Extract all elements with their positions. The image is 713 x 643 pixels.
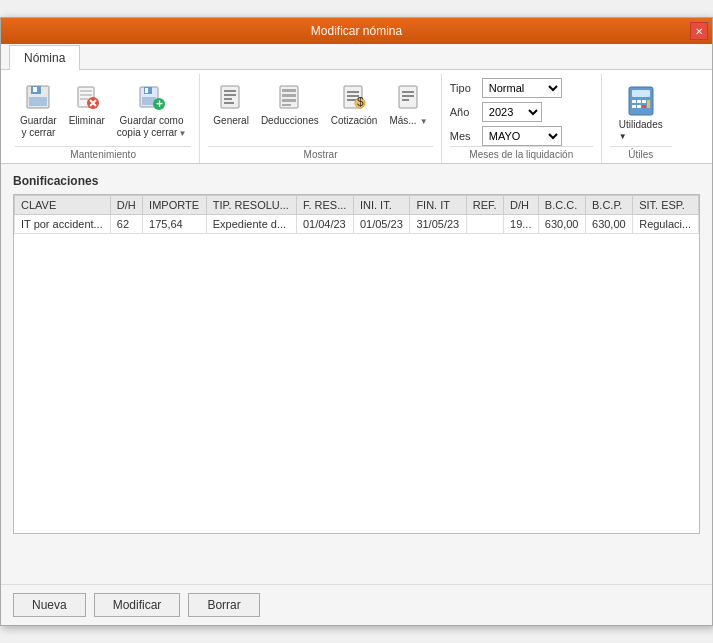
tipo-label: Tipo (450, 82, 478, 94)
svg-rect-41 (642, 100, 646, 103)
deducciones-label: Deducciones (261, 115, 319, 127)
table-cell (466, 215, 503, 234)
table-cell: Regulaci... (633, 215, 699, 234)
col-importe: IMPORTE (143, 196, 207, 215)
group-utiles: Utilidades▼ Útiles (602, 74, 680, 163)
svg-rect-2 (33, 87, 37, 92)
group-mostrar: General Deducciones (200, 74, 441, 163)
svg-rect-3 (29, 97, 47, 106)
mes-row: Mes ENEROFEBREROMARZOABRIL MAYOJUNIOJULI… (450, 126, 593, 146)
svg-rect-38 (632, 90, 650, 97)
cotizacion-button[interactable]: $ Cotización (326, 78, 383, 130)
svg-rect-7 (80, 98, 88, 100)
mas-button[interactable]: Más... ▼ (384, 78, 432, 130)
svg-text:+: + (156, 97, 163, 111)
footer: Nueva Modificar Borrar (1, 584, 712, 625)
group-meses: Tipo Normal Extra Atraso Año 2021 2022 2… (442, 74, 602, 163)
table-row[interactable]: IT por accident...62175,64Expediente d..… (15, 215, 699, 234)
col-fin-it: FIN. IT (410, 196, 466, 215)
table-cell: 62 (110, 215, 142, 234)
table-cell: 19... (504, 215, 539, 234)
utilidades-label: Utilidades▼ (619, 119, 663, 141)
svg-rect-6 (80, 94, 92, 96)
col-dh: D/H (110, 196, 142, 215)
table-cell: 630,00 (586, 215, 633, 234)
svg-rect-42 (632, 105, 636, 108)
utilidades-button[interactable]: Utilidades▼ (610, 78, 672, 146)
bonificaciones-table: CLAVE D/H IMPORTE TIP. RESOLU... F. RES.… (14, 195, 699, 234)
col-bcc: B.C.C. (538, 196, 585, 215)
table-header-row: CLAVE D/H IMPORTE TIP. RESOLU... F. RES.… (15, 196, 699, 215)
mantenimiento-buttons: Guardary cerrar El (15, 74, 191, 146)
ribbon-tab-bar: Nómina (1, 44, 712, 70)
cotizacion-icon: $ (338, 81, 370, 113)
col-bcp: B.C.P. (586, 196, 633, 215)
table-cell: 01/04/23 (296, 215, 353, 234)
col-tip-resolu: TIP. RESOLU... (206, 196, 296, 215)
nueva-button[interactable]: Nueva (13, 593, 86, 617)
section-title: Bonificaciones (13, 174, 700, 188)
main-content: Bonificaciones CLAVE D/H IMPORTE TIP. RE… (1, 164, 712, 584)
table-cell: IT por accident... (15, 215, 111, 234)
mas-icon (393, 81, 425, 113)
svg-rect-5 (80, 90, 92, 92)
cotizacion-label: Cotización (331, 115, 378, 127)
deducciones-button[interactable]: Deducciones (256, 78, 324, 130)
close-button[interactable]: ✕ (690, 22, 708, 40)
tab-nomina[interactable]: Nómina (9, 45, 80, 70)
svg-rect-28 (347, 91, 359, 93)
window-title: Modificar nómina (311, 24, 402, 38)
svg-rect-34 (402, 91, 414, 93)
svg-rect-36 (402, 99, 409, 101)
general-icon (215, 81, 247, 113)
table-cell: Expediente d... (206, 215, 296, 234)
col-sit-esp: SIT. ESP. (633, 196, 699, 215)
tipo-row: Tipo Normal Extra Atraso (450, 78, 593, 98)
col-f-res: F. RES... (296, 196, 353, 215)
save-close-button[interactable]: Guardary cerrar (15, 78, 62, 142)
table-cell: 630,00 (538, 215, 585, 234)
mostrar-buttons: General Deducciones (208, 74, 432, 146)
svg-rect-40 (637, 100, 641, 103)
svg-rect-25 (282, 99, 296, 102)
svg-rect-39 (632, 100, 636, 103)
svg-rect-19 (224, 94, 236, 96)
general-button[interactable]: General (208, 78, 254, 130)
anio-label: Año (450, 106, 478, 118)
ribbon-content: Guardary cerrar El (1, 70, 712, 164)
svg-rect-24 (282, 94, 296, 97)
save-icon (22, 81, 54, 113)
calc-icon (623, 83, 659, 119)
mes-label: Mes (450, 130, 478, 142)
borrar-button[interactable]: Borrar (188, 593, 259, 617)
group-mantenimiento: Guardary cerrar El (7, 74, 200, 163)
eliminar-label: Eliminar (69, 115, 105, 127)
svg-rect-23 (282, 89, 296, 92)
mostrar-label: Mostrar (208, 146, 432, 163)
title-bar: Modificar nómina ✕ (1, 18, 712, 44)
svg-rect-35 (402, 95, 414, 97)
utiles-label: Útiles (610, 146, 672, 163)
mas-label: Más... ▼ (389, 115, 427, 127)
guardar-copia-button[interactable]: + Guardar comocopia y cerrar▼ (112, 78, 192, 142)
bonificaciones-table-area: CLAVE D/H IMPORTE TIP. RESOLU... F. RES.… (13, 194, 700, 534)
meses-label: Meses de la liquidación (450, 146, 593, 163)
svg-rect-20 (224, 98, 232, 100)
svg-rect-13 (145, 88, 148, 93)
mes-select[interactable]: ENEROFEBREROMARZOABRIL MAYOJUNIOJULIOAGO… (482, 126, 562, 146)
svg-text:$: $ (357, 95, 364, 109)
svg-rect-43 (637, 105, 641, 108)
eliminar-icon (71, 81, 103, 113)
guardar-copia-icon: + (136, 81, 168, 113)
col-ref: REF. (466, 196, 503, 215)
table-cell: 01/05/23 (353, 215, 409, 234)
svg-rect-18 (224, 90, 236, 92)
eliminar-button[interactable]: Eliminar (64, 78, 110, 130)
svg-rect-17 (221, 86, 239, 108)
table-cell: 175,64 (143, 215, 207, 234)
main-window: Modificar nómina ✕ Nómina (0, 17, 713, 626)
save-close-label: Guardary cerrar (20, 115, 57, 139)
anio-select[interactable]: 2021 2022 2023 2024 (482, 102, 542, 122)
tipo-select[interactable]: Normal Extra Atraso (482, 78, 562, 98)
modificar-button[interactable]: Modificar (94, 593, 181, 617)
